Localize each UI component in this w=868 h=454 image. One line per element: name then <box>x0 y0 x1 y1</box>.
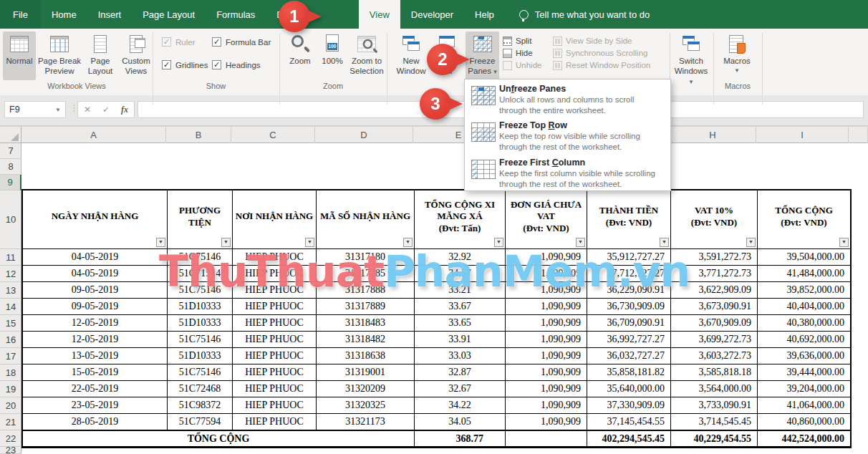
cell-D20[interactable]: 31320325 <box>317 397 415 414</box>
cell-D16[interactable]: 31318482 <box>317 332 415 348</box>
cell-B17[interactable]: 51D10333 <box>168 348 233 364</box>
column-header-C[interactable]: C <box>231 127 315 143</box>
cell-B16[interactable]: 51C75146 <box>168 332 233 348</box>
macros-button[interactable]: Macros ▾ <box>720 32 753 80</box>
cell-E20[interactable]: 34.22 <box>415 397 506 414</box>
cell-D21[interactable]: 31321173 <box>317 414 415 430</box>
cell-E18[interactable]: 32.87 <box>415 364 506 381</box>
cell-H16[interactable]: 3,699,272.73 <box>671 332 758 348</box>
page-layout-view-button[interactable]: Page Layout <box>83 32 117 80</box>
column-header-I[interactable]: I <box>756 127 849 143</box>
split-button[interactable]: Split <box>503 35 531 47</box>
cell-A11[interactable]: 04-05-2019 <box>23 249 168 266</box>
insert-function-icon[interactable]: fx <box>121 105 128 115</box>
cell-E21[interactable]: 34.05 <box>415 414 506 430</box>
cell-G21[interactable]: 37,145,454.55 <box>587 414 671 430</box>
total-vat-cell[interactable]: 40,229,454.55 <box>671 430 758 447</box>
zoom-to-selection-button[interactable]: Zoom to Selection <box>348 32 385 80</box>
header-cell-G[interactable]: THÀNH TIỀN(Đvt: VND)▼ <box>587 190 671 249</box>
new-window-button[interactable]: New Window <box>392 32 430 80</box>
tab-home[interactable]: Home <box>41 0 87 29</box>
cell-H15[interactable]: 3,670,909.09 <box>671 315 758 332</box>
cell-D15[interactable]: 31318483 <box>317 315 415 332</box>
row-header-10[interactable]: 10 <box>0 190 21 249</box>
total-qty-cell[interactable]: 368.77 <box>415 430 506 447</box>
cell-B21[interactable]: 51C77594 <box>168 414 233 430</box>
column-header-B[interactable]: B <box>166 127 231 143</box>
tab-file[interactable]: File <box>0 0 41 29</box>
cell-C19[interactable]: HIEP PHUOC <box>233 381 317 397</box>
cell-G16[interactable]: 36,992,727.27 <box>587 332 671 348</box>
header-cell-B[interactable]: PHƯƠNG TIỆN▼ <box>168 190 233 249</box>
header-cell-D[interactable]: MÃ SỐ NHẬN HÀNG▼ <box>317 190 415 249</box>
hide-button[interactable]: Hide <box>503 47 533 59</box>
zoom-100-button[interactable]: 100% <box>318 32 347 80</box>
cell-G14[interactable]: 36,730,909.09 <box>587 299 671 315</box>
cell-E14[interactable]: 33.67 <box>415 299 506 315</box>
row-header-18[interactable]: 18 <box>0 364 21 381</box>
zoom-button[interactable]: Zoom <box>284 32 317 80</box>
cell-C14[interactable]: HIEP PHUOC <box>233 299 317 315</box>
row-header-11[interactable]: 11 <box>0 249 21 266</box>
tab-help[interactable]: Help <box>464 0 505 29</box>
menu-item-freeze-top-row[interactable]: Freeze Top Row Keep the top row visible … <box>465 118 670 155</box>
cell-F21[interactable]: 1,090,909 <box>506 414 587 430</box>
cancel-icon[interactable]: ✕ <box>84 105 91 115</box>
cell-A12[interactable]: 04-05-2019 <box>23 266 168 282</box>
cell-I21[interactable]: 40,860,000.00 <box>758 414 850 430</box>
row-header-22[interactable]: 22 <box>0 430 21 447</box>
header-cell-A[interactable]: NGÀY NHẬN HÀNG▼ <box>23 190 168 249</box>
cell-A13[interactable]: 09-05-2019 <box>23 282 168 299</box>
normal-view-button[interactable]: Normal <box>3 32 36 80</box>
cell-I19[interactable]: 39,204,000.00 <box>758 381 850 397</box>
name-box[interactable]: F9 ▼ <box>4 101 66 118</box>
header-cell-F[interactable]: ĐƠN GIÁ CHƯA VAT(Đvt: VND)▼ <box>506 190 587 249</box>
row-header-14[interactable]: 14 <box>0 299 21 315</box>
cell-B15[interactable]: 51D10333 <box>168 315 233 332</box>
row-header-9[interactable]: 9 <box>0 175 21 190</box>
filter-dropdown-icon[interactable]: ▼ <box>746 238 756 247</box>
header-cell-C[interactable]: NƠI NHẬN HÀNG▼ <box>233 190 317 249</box>
cell-A20[interactable]: 23-05-2019 <box>23 397 168 414</box>
column-header-H[interactable]: H <box>670 127 756 143</box>
cell-H19[interactable]: 3,564,000.00 <box>671 381 758 397</box>
cell-D17[interactable]: 31318638 <box>317 348 415 364</box>
enter-icon[interactable]: ✓ <box>102 105 110 115</box>
name-box-dropdown-icon[interactable]: ▼ <box>55 107 61 113</box>
cell-C20[interactable]: HIEP PHUOC <box>233 397 317 414</box>
header-cell-H[interactable]: VAT 10%(Đvt: VND)▼ <box>671 190 758 249</box>
cell-A18[interactable]: 15-05-2019 <box>23 364 168 381</box>
select-all-corner[interactable] <box>0 127 21 143</box>
row-header-17[interactable]: 17 <box>0 348 21 364</box>
formula-bar-checkbox[interactable]: ✓ Formula Bar <box>212 37 271 47</box>
total-label-cell[interactable]: TỔNG CỘNG <box>23 430 415 447</box>
row-header-8[interactable]: 8 <box>0 159 21 175</box>
tab-formulas[interactable]: Formulas <box>206 0 266 29</box>
cell-C18[interactable]: HIEP PHUOC <box>233 364 317 381</box>
tab-insert[interactable]: Insert <box>87 0 132 29</box>
tab-developer[interactable]: Developer <box>400 0 464 29</box>
freeze-panes-button[interactable]: Freeze Panes ▾ <box>466 32 499 80</box>
switch-windows-button[interactable]: Switch Windows ▾ <box>672 32 710 80</box>
total-grand-cell[interactable]: 442,524,000.00 <box>758 430 850 447</box>
cell-H17[interactable]: 3,603,272.73 <box>671 348 758 364</box>
tab-page-layout[interactable]: Page Layout <box>132 0 206 29</box>
cell-A19[interactable]: 22-05-2019 <box>23 381 168 397</box>
row-header-23[interactable]: 23 <box>0 447 21 454</box>
cell-I12[interactable]: 41,484,000.00 <box>758 266 850 282</box>
cell-A14[interactable]: 09-05-2019 <box>23 299 168 315</box>
row-header-20[interactable]: 20 <box>0 397 21 414</box>
cell-I18[interactable]: 39,444,000.00 <box>758 364 850 381</box>
column-header-D[interactable]: D <box>315 127 413 143</box>
cell-F14[interactable]: 1,090,909 <box>506 299 587 315</box>
cell-H21[interactable]: 3,714,545.45 <box>671 414 758 430</box>
filter-dropdown-icon[interactable]: ▼ <box>839 238 849 247</box>
row-header-19[interactable]: 19 <box>0 381 21 397</box>
cell-C21[interactable]: HIEP PHUOC <box>233 414 317 430</box>
cell-I20[interactable]: 41,064,000.00 <box>758 397 850 414</box>
cell-E16[interactable]: 33.91 <box>415 332 506 348</box>
cell-D19[interactable]: 31320209 <box>317 381 415 397</box>
cell-H18[interactable]: 3,585,818.18 <box>671 364 758 381</box>
cell-F15[interactable]: 1,090,909 <box>506 315 587 332</box>
column-header-A[interactable]: A <box>21 127 166 143</box>
